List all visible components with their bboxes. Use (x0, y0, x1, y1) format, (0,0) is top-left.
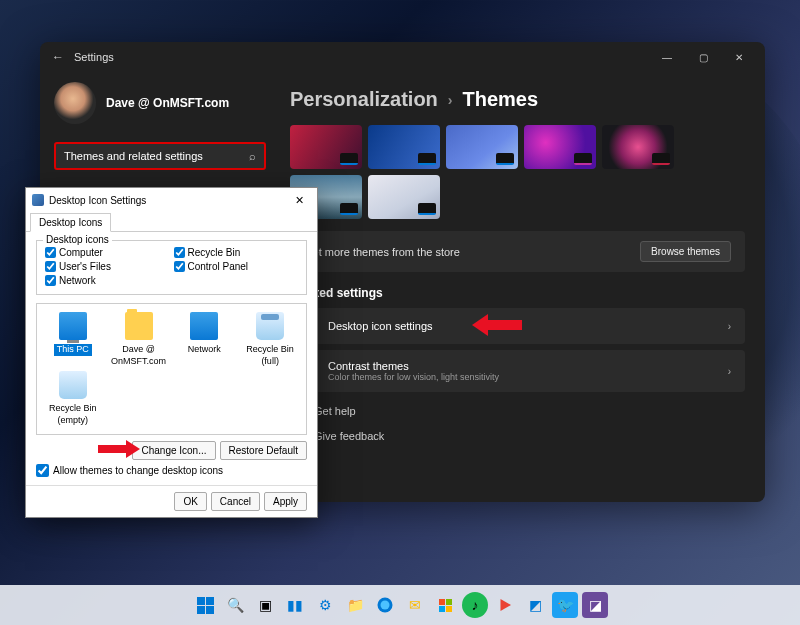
icon-this-pc[interactable]: This PC (41, 312, 105, 367)
get-help-link[interactable]: ❓ Get help (290, 398, 745, 423)
dialog-footer: OK Cancel Apply (26, 485, 317, 517)
dialog-titlebar: Desktop Icon Settings ✕ (26, 188, 317, 212)
search-input[interactable] (64, 150, 249, 162)
row-title: Desktop icon settings (328, 320, 728, 332)
store-text: Get more themes from the store (304, 246, 640, 258)
app-icon-2[interactable]: ◪ (582, 592, 608, 618)
mail-icon[interactable]: ✉ (402, 592, 428, 618)
chevron-right-icon: › (448, 92, 453, 108)
icon-preview-pane: This PC Dave @ OnMSFT.com Network Recycl… (36, 303, 307, 435)
theme-thumb[interactable] (446, 125, 518, 169)
checkbox-control-panel[interactable]: Control Panel (174, 261, 299, 272)
search-icon: ⌕ (249, 150, 256, 162)
search-box[interactable]: ⌕ (54, 142, 266, 170)
checkbox-network[interactable]: Network (45, 275, 170, 286)
checkbox-recycle-bin[interactable]: Recycle Bin (174, 247, 299, 258)
theme-thumb[interactable] (524, 125, 596, 169)
checkbox-users-files[interactable]: User's Files (45, 261, 170, 272)
cancel-button[interactable]: Cancel (211, 492, 260, 511)
avatar (54, 82, 96, 124)
dialog-title: Desktop Icon Settings (49, 195, 287, 206)
taskbar: 🔍 ▣ ▮▮ ⚙ 📁 ✉ ♪ ◩ 🐦 ◪ (0, 585, 800, 625)
app-icon[interactable]: ◩ (522, 592, 548, 618)
task-view-icon[interactable]: ▣ (252, 592, 278, 618)
main-content: Personalization › Themes Get more themes… (280, 72, 765, 502)
spotify-icon[interactable]: ♪ (462, 592, 488, 618)
restore-default-button[interactable]: Restore Default (220, 441, 307, 460)
tab-strip: Desktop Icons (26, 212, 317, 232)
red-arrow-annotation (98, 440, 142, 458)
checkbox-computer[interactable]: Computer (45, 247, 170, 258)
close-icon[interactable]: ✕ (287, 194, 311, 207)
allow-themes-checkbox[interactable]: Allow themes to change desktop icons (36, 464, 307, 477)
related-settings-head: Related settings (290, 286, 745, 300)
chevron-right-icon: › (728, 366, 731, 377)
row-title: Contrast themes (328, 360, 728, 372)
profile[interactable]: Dave @ OnMSFT.com (54, 82, 266, 124)
widgets-icon[interactable]: ▮▮ (282, 592, 308, 618)
store-row: Get more themes from the store Browse th… (290, 231, 745, 272)
fieldset-legend: Desktop icons (43, 234, 112, 245)
ok-button[interactable]: OK (174, 492, 206, 511)
profile-name: Dave @ OnMSFT.com (106, 96, 229, 110)
dialog-icon (32, 194, 44, 206)
chevron-right-icon: › (728, 321, 731, 332)
theme-thumb[interactable] (368, 125, 440, 169)
give-feedback-link[interactable]: ✉ Give feedback (290, 423, 745, 448)
settings-icon[interactable]: ⚙ (312, 592, 338, 618)
icon-recycle-bin-empty[interactable]: Recycle Bin (empty) (41, 371, 105, 426)
theme-grid (290, 125, 745, 219)
minimize-button[interactable]: — (649, 45, 685, 69)
change-icon-button[interactable]: Change Icon... (132, 441, 215, 460)
maximize-button[interactable]: ▢ (685, 45, 721, 69)
browse-themes-button[interactable]: Browse themes (640, 241, 731, 262)
titlebar: ← Settings — ▢ ✕ (40, 42, 765, 72)
close-button[interactable]: ✕ (721, 45, 757, 69)
breadcrumb: Personalization › Themes (290, 88, 745, 111)
search-icon[interactable]: 🔍 (222, 592, 248, 618)
icon-user-folder[interactable]: Dave @ OnMSFT.com (107, 312, 171, 367)
row-subtitle: Color themes for low vision, light sensi… (328, 372, 728, 382)
theme-thumb[interactable] (290, 125, 362, 169)
start-button[interactable] (192, 592, 218, 618)
desktop-icon-settings-row[interactable]: ◐ Desktop icon settings › (290, 308, 745, 344)
svg-marker-2 (501, 599, 512, 611)
edge-icon[interactable] (372, 592, 398, 618)
breadcrumb-parent[interactable]: Personalization (290, 88, 438, 111)
play-icon[interactable] (492, 592, 518, 618)
back-button[interactable]: ← (48, 50, 68, 64)
theme-thumb[interactable] (602, 125, 674, 169)
tab-desktop-icons[interactable]: Desktop Icons (30, 213, 111, 232)
apply-button[interactable]: Apply (264, 492, 307, 511)
icon-recycle-bin-full[interactable]: Recycle Bin (full) (238, 312, 302, 367)
twitter-icon[interactable]: 🐦 (552, 592, 578, 618)
svg-point-1 (381, 601, 390, 610)
theme-thumb[interactable] (368, 175, 440, 219)
store-icon[interactable] (432, 592, 458, 618)
app-title: Settings (74, 51, 114, 63)
breadcrumb-current: Themes (462, 88, 538, 111)
contrast-themes-row[interactable]: ◑ Contrast themes Color themes for low v… (290, 350, 745, 392)
icon-network[interactable]: Network (173, 312, 237, 367)
explorer-icon[interactable]: 📁 (342, 592, 368, 618)
red-arrow-annotation (470, 314, 522, 336)
desktop-icon-settings-dialog: Desktop Icon Settings ✕ Desktop Icons De… (25, 187, 318, 518)
desktop-icons-fieldset: Desktop icons Computer Recycle Bin User'… (36, 240, 307, 295)
